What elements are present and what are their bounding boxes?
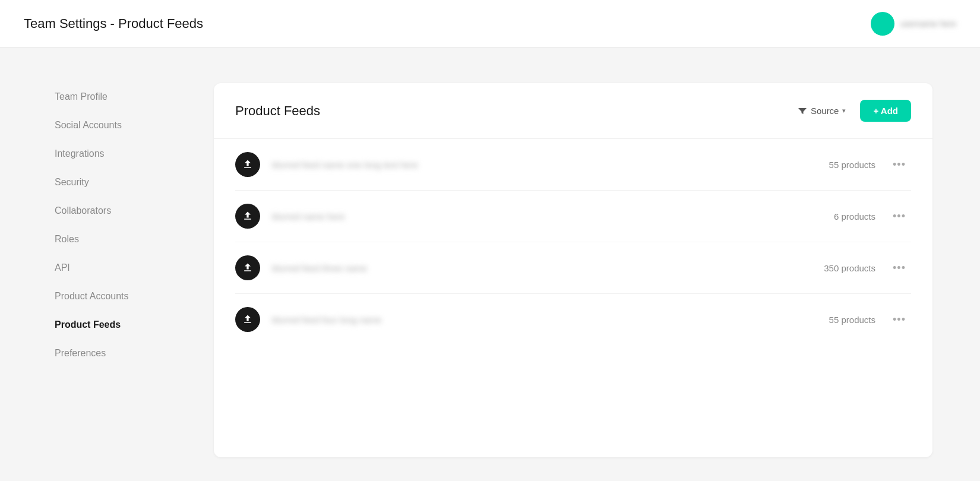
- feed-menu-button[interactable]: •••: [887, 156, 911, 173]
- avatar-name: username here: [900, 19, 956, 29]
- feed-menu-button[interactable]: •••: [887, 260, 911, 277]
- panel-header: Product Feeds Source ▾ + Add: [214, 83, 932, 139]
- feed-menu-button[interactable]: •••: [887, 208, 911, 225]
- sidebar-item-product-feeds[interactable]: Product Feeds: [48, 311, 202, 338]
- source-filter-label: Source: [811, 106, 839, 116]
- feed-count: 6 products: [798, 211, 875, 221]
- upload-icon: [235, 152, 260, 177]
- page-title: Team Settings - Product Feeds: [24, 16, 203, 31]
- feed-item: blurred name here 6 products •••: [235, 191, 911, 242]
- header: Team Settings - Product Feeds username h…: [0, 0, 980, 48]
- feed-count: 55 products: [798, 315, 875, 325]
- feed-count: 55 products: [798, 160, 875, 170]
- sidebar-item-security[interactable]: Security: [48, 169, 202, 196]
- source-filter-button[interactable]: Source ▾: [793, 102, 851, 120]
- panel-title: Product Feeds: [235, 103, 320, 119]
- add-button[interactable]: + Add: [860, 100, 911, 122]
- feed-name: blurred feed name one long text here: [272, 160, 786, 170]
- sidebar-item-social-accounts[interactable]: Social Accounts: [48, 112, 202, 139]
- main-area: Team Profile Social Accounts Integration…: [0, 48, 980, 481]
- sidebar-item-integrations[interactable]: Integrations: [48, 140, 202, 167]
- feed-name: blurred feed four long name: [272, 315, 786, 325]
- feed-name: blurred name here: [272, 211, 786, 221]
- sidebar-item-product-accounts[interactable]: Product Accounts: [48, 283, 202, 310]
- sidebar-item-roles[interactable]: Roles: [48, 226, 202, 253]
- feed-count: 350 products: [798, 263, 875, 273]
- upload-icon: [235, 204, 260, 229]
- content-panel: Product Feeds Source ▾ + Add: [214, 83, 932, 457]
- sidebar-item-api[interactable]: API: [48, 254, 202, 281]
- upload-icon: [235, 255, 260, 280]
- feed-list: blurred feed name one long text here 55 …: [214, 139, 932, 345]
- chevron-down-icon: ▾: [842, 107, 846, 115]
- user-area: username here: [871, 12, 956, 36]
- filter-icon: [798, 106, 807, 116]
- feed-item: blurred feed three name 350 products •••: [235, 242, 911, 294]
- sidebar-item-team-profile[interactable]: Team Profile: [48, 83, 202, 110]
- sidebar-item-collaborators[interactable]: Collaborators: [48, 197, 202, 224]
- upload-icon: [235, 307, 260, 332]
- feed-name: blurred feed three name: [272, 263, 786, 273]
- feed-menu-button[interactable]: •••: [887, 311, 911, 328]
- sidebar-item-preferences[interactable]: Preferences: [48, 340, 202, 367]
- feed-item: blurred feed four long name 55 products …: [235, 294, 911, 345]
- panel-header-actions: Source ▾ + Add: [793, 100, 911, 122]
- feed-item: blurred feed name one long text here 55 …: [235, 139, 911, 191]
- avatar[interactable]: [871, 12, 894, 36]
- sidebar: Team Profile Social Accounts Integration…: [48, 83, 214, 457]
